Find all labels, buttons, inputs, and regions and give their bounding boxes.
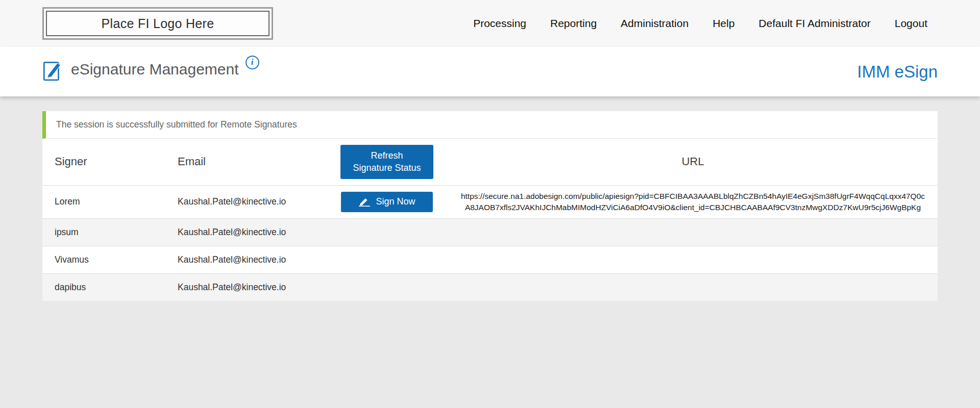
signer-action-cell — [326, 274, 448, 301]
refresh-button-line1: Refresh — [346, 149, 428, 162]
nav-item-reporting[interactable]: Reporting — [550, 17, 597, 30]
signer-action-cell — [326, 219, 448, 246]
success-alert: The session is successfully submitted fo… — [42, 111, 938, 139]
signer-name: Lorem — [42, 185, 178, 219]
signer-name: dapibus — [42, 274, 178, 301]
signers-panel: The session is successfully submitted fo… — [42, 111, 938, 301]
nav-item-administration[interactable]: Administration — [621, 17, 689, 30]
page-subheader: eSignature Management i IMM eSign — [0, 47, 980, 96]
signature-pen-icon — [358, 197, 371, 207]
signer-url — [448, 246, 938, 274]
info-icon[interactable]: i — [246, 56, 259, 69]
table-row: dapibus Kaushal.Patel@kinective.io — [42, 274, 938, 301]
signer-name: ipsum — [42, 219, 178, 246]
top-header: Place FI Logo Here Processing Reporting … — [0, 0, 980, 47]
table-row: ipsum Kaushal.Patel@kinective.io — [42, 219, 938, 246]
nav-item-help[interactable]: Help — [713, 17, 734, 30]
signer-email: Kaushal.Patel@kinective.io — [178, 246, 326, 274]
column-header-email: Email — [178, 139, 326, 185]
column-header-action: Refresh Signature Status — [326, 139, 448, 185]
signer-email: Kaushal.Patel@kinective.io — [178, 219, 326, 246]
main-nav: Processing Reporting Administration Help… — [473, 17, 927, 30]
signer-name: Vivamus — [42, 246, 178, 274]
signer-email: Kaushal.Patel@kinective.io — [178, 185, 326, 219]
signers-table: Signer Email Refresh Signature Status UR… — [42, 139, 938, 301]
table-row: Lorem Kaushal.Patel@kinective.io Sign No… — [42, 185, 938, 219]
nav-item-processing[interactable]: Processing — [473, 17, 526, 30]
fi-logo-placeholder: Place FI Logo Here — [42, 7, 273, 40]
imm-esign-brand: IMM eSign — [857, 62, 938, 82]
success-alert-message: The session is successfully submitted fo… — [56, 119, 297, 130]
column-header-url: URL — [448, 139, 938, 185]
signer-action-cell — [326, 246, 448, 274]
table-header-row: Signer Email Refresh Signature Status UR… — [42, 139, 938, 185]
refresh-button-line2: Signature Status — [346, 162, 428, 174]
refresh-signature-status-button[interactable]: Refresh Signature Status — [340, 145, 433, 179]
signer-url — [448, 274, 938, 301]
column-header-signer: Signer — [42, 139, 178, 185]
signer-url: https://secure.na1.adobesign.com/public/… — [448, 185, 938, 219]
sign-now-label: Sign Now — [376, 196, 415, 207]
signer-url — [448, 219, 938, 246]
signer-email: Kaushal.Patel@kinective.io — [178, 274, 326, 301]
content-area: The session is successfully submitted fo… — [0, 96, 980, 301]
sign-now-button[interactable]: Sign Now — [341, 192, 433, 212]
esignature-document-icon — [42, 58, 63, 84]
nav-item-logout[interactable]: Logout — [895, 17, 927, 30]
table-row: Vivamus Kaushal.Patel@kinective.io — [42, 246, 938, 274]
title-wrap: eSignature Management i — [42, 60, 259, 84]
fi-logo-text: Place FI Logo Here — [46, 11, 270, 36]
nav-item-default-fi-administrator[interactable]: Default FI Administrator — [758, 17, 870, 30]
page-title: eSignature Management — [71, 60, 239, 79]
signer-action-cell: Sign Now — [326, 185, 448, 219]
